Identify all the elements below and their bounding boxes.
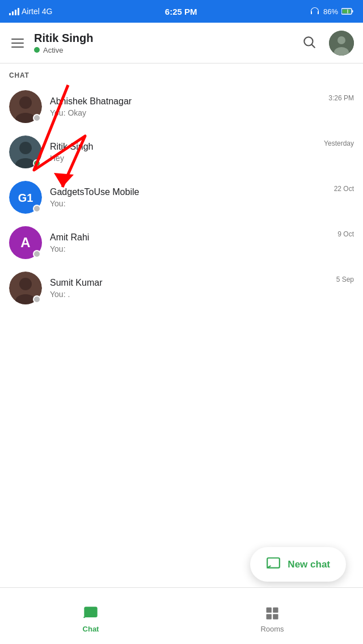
svg-point-15 (19, 142, 32, 154)
chat-preview: You: (50, 199, 328, 208)
chat-info: Ritik Singh Hey (50, 142, 318, 163)
header: Ritik Singh Active (0, 23, 363, 63)
svg-point-21 (19, 278, 32, 290)
chat-avatar-wrap (9, 90, 42, 123)
chat-name: Abhishek Bhatnagar (50, 96, 323, 107)
status-right-icons: 86% (310, 7, 354, 16)
chat-name: GadgetsToUse Mobile (50, 187, 328, 197)
chat-list-item[interactable]: Sumit Kumar You: . 5 Sep (0, 265, 363, 311)
chat-list-item[interactable]: Abhishek Bhatnagar You: Okay 3:26 PM (0, 84, 363, 129)
svg-rect-26 (273, 608, 278, 613)
chat-preview: Hey (50, 154, 318, 163)
status-time: 6:25 PM (165, 7, 197, 16)
svg-line-4 (312, 44, 315, 47)
chat-list: Abhishek Bhatnagar You: Okay 3:26 PM Rit… (0, 84, 363, 311)
nav-rooms[interactable]: Rooms (182, 599, 363, 633)
active-dot (34, 47, 40, 53)
chat-list-item[interactable]: A Amit Rahi You: 9 Oct (0, 220, 363, 265)
nav-chat[interactable]: Chat (0, 599, 182, 633)
header-title: Ritik Singh (34, 32, 292, 45)
headphones-icon (310, 7, 320, 15)
svg-point-6 (337, 36, 345, 44)
menu-line (11, 43, 24, 44)
online-indicator (33, 114, 41, 122)
online-indicator (33, 250, 41, 258)
chat-time: 5 Sep (336, 276, 354, 283)
search-button[interactable] (299, 32, 319, 54)
chat-time: 9 Oct (337, 230, 354, 238)
chat-avatar-wrap: A (9, 226, 42, 259)
online-indicator (33, 159, 41, 167)
svg-rect-28 (273, 614, 278, 619)
bottom-nav: Chat Rooms (0, 587, 363, 644)
status-carrier: Airtel 4G (9, 7, 52, 16)
chat-info: Amit Rahi You: (50, 232, 332, 253)
svg-rect-2 (342, 10, 350, 14)
svg-rect-1 (352, 10, 353, 12)
chat-avatar-wrap: G1 (9, 181, 42, 214)
active-label: Active (43, 46, 63, 54)
svg-text:G1: G1 (18, 192, 33, 204)
new-chat-icon (266, 556, 281, 573)
chat-info: Abhishek Bhatnagar You: Okay (50, 96, 323, 117)
chat-nav-icon (83, 605, 99, 621)
chat-info: Sumit Kumar You: . (50, 278, 331, 299)
svg-rect-27 (267, 614, 272, 619)
chat-name: Ritik Singh (50, 142, 318, 152)
rooms-nav-label: Rooms (260, 625, 284, 633)
chat-name: Amit Rahi (50, 232, 332, 243)
battery-icon (341, 8, 354, 15)
chat-name: Sumit Kumar (50, 278, 331, 288)
avatar-image (329, 31, 354, 56)
online-indicator (33, 205, 41, 213)
profile-avatar[interactable] (329, 31, 354, 56)
search-icon (302, 35, 316, 49)
menu-line (11, 46, 24, 48)
online-indicator (33, 295, 41, 303)
chat-time: 22 Oct (334, 185, 354, 193)
svg-point-11 (19, 96, 32, 109)
header-status: Active (34, 46, 292, 54)
chat-info: GadgetsToUse Mobile You: (50, 187, 328, 208)
rooms-nav-icon (264, 605, 280, 621)
chat-list-item[interactable]: Ritik Singh Hey Yesterday (0, 129, 363, 175)
chat-avatar-wrap (9, 272, 42, 304)
status-bar: Airtel 4G 6:25 PM 86% (0, 0, 363, 23)
chat-preview: You: (50, 244, 332, 253)
chat-preview: You: Okay (50, 108, 323, 117)
chat-preview: You: . (50, 290, 331, 299)
svg-rect-25 (267, 608, 272, 613)
chat-nav-label: Chat (83, 625, 99, 633)
chat-section-label: CHAT (0, 63, 363, 84)
signal-icon (9, 7, 19, 15)
header-title-area: Ritik Singh Active (34, 32, 292, 54)
header-actions (299, 31, 354, 56)
chat-list-item[interactable]: G1 GadgetsToUse Mobile You: 22 Oct (0, 175, 363, 220)
chat-time: Yesterday (324, 139, 354, 147)
menu-button[interactable] (9, 36, 26, 50)
chat-avatar-wrap (9, 135, 42, 168)
new-chat-button[interactable]: New chat (250, 547, 346, 582)
chat-time: 3:26 PM (328, 94, 354, 102)
menu-line (11, 39, 24, 40)
fab-area: New chat (250, 547, 346, 582)
new-chat-label: New chat (288, 559, 330, 570)
